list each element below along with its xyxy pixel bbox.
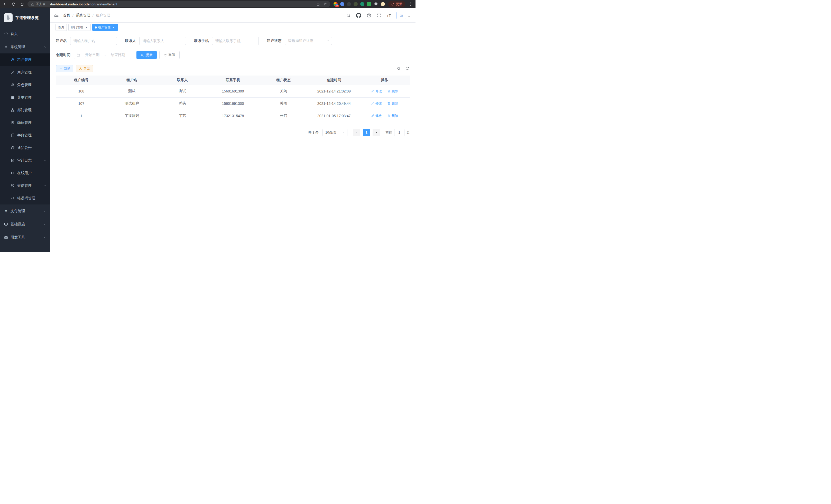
browser-menu-icon[interactable]: ⋮ — [408, 2, 412, 6]
tab-home[interactable]: 首页 — [56, 24, 67, 31]
sidebar-item-system[interactable]: 系统管理 — [0, 40, 50, 53]
extension-icon[interactable] — [367, 2, 371, 6]
extension-icon[interactable] — [340, 2, 344, 6]
app-title: 芋道管理系统 — [16, 16, 38, 20]
app-logo[interactable]: 芋道管理系统 — [0, 8, 50, 27]
filter-form-row-2: 创建时间 开始日期 - 结束日期 搜索 重置 — [56, 51, 410, 59]
sidebar-item-pay[interactable]: ¥ 支付管理 — [0, 205, 50, 217]
fullscreen-icon[interactable] — [377, 13, 381, 18]
mobile-input[interactable] — [212, 37, 259, 45]
github-icon[interactable] — [356, 13, 361, 18]
breadcrumb-home[interactable]: 首页 — [63, 13, 70, 18]
chevron-down-icon — [43, 210, 46, 213]
tenant-status-select[interactable]: 请选择租户状态 — [285, 37, 332, 45]
table-row: 1 芋道源码 芋艿 17321315478 开启 2021-01-05 17:0… — [56, 110, 410, 122]
sidebar-item-notice[interactable]: 通知公告 — [0, 142, 50, 154]
code-icon — [11, 196, 15, 200]
home-browser-icon[interactable] — [20, 2, 24, 6]
table-row: 108 测试 测试 15601691300 关闭 2021-12-14 21:0… — [56, 85, 410, 97]
page-unit-label: 页 — [406, 130, 410, 135]
chevron-left-icon — [355, 131, 358, 134]
plus-icon — [59, 67, 62, 70]
extension-badge: 10 — [335, 5, 339, 7]
reset-button[interactable]: 重置 — [159, 51, 180, 59]
col-tenant-id: 租户编号 — [56, 76, 107, 85]
prev-page-button[interactable] — [353, 129, 360, 136]
edit-button[interactable]: 修改 — [371, 101, 382, 106]
url-text: dashboard.yudao.iocoder.cn/system/tenant — [50, 2, 117, 6]
avatar — [397, 12, 406, 19]
edit-button[interactable]: 修改 — [371, 114, 382, 118]
id-badge-icon — [11, 121, 15, 125]
sidebar-item-infra[interactable]: 基础设施 — [0, 217, 50, 231]
security-label: 不安全 — [36, 2, 46, 6]
pagination: 共 3 条 10条/页 1 前往 页 — [56, 129, 410, 136]
tenants-icon — [11, 58, 15, 62]
sidebar-item-home[interactable]: 首页 — [0, 27, 50, 40]
font-size-icon[interactable]: тT — [387, 13, 391, 18]
current-page-button[interactable]: 1 — [363, 129, 370, 136]
address-bar[interactable]: 不安全 dashboard.yudao.iocoder.cn/system/te… — [28, 1, 330, 7]
browser-update-button[interactable]: 更新 — [388, 1, 405, 7]
col-ops: 操作 — [359, 76, 410, 85]
user-avatar-menu[interactable] — [397, 12, 410, 19]
next-page-button[interactable] — [373, 129, 380, 136]
extension-icon[interactable] — [347, 2, 351, 6]
bookmark-star-icon[interactable] — [323, 2, 327, 6]
tab-dept[interactable]: 部门管理× — [68, 24, 91, 31]
sidebar-item-sms[interactable]: 短信管理 — [0, 179, 50, 192]
menu-list-icon — [11, 95, 15, 99]
chevron-right-icon — [375, 131, 378, 134]
sidebar-item-devtool[interactable]: 研发工具 — [0, 231, 50, 244]
extension-icon[interactable] — [353, 2, 358, 6]
tenant-name-input[interactable] — [70, 37, 117, 45]
sidebar-item-user[interactable]: 用户管理 — [0, 66, 50, 79]
sidebar-item-errorcode[interactable]: 错误码管理 — [0, 192, 50, 205]
export-button[interactable]: 导出 — [76, 65, 93, 72]
sidebar-fold-icon[interactable] — [54, 13, 59, 18]
sidebar-item-post[interactable]: 岗位管理 — [0, 116, 50, 129]
search-button[interactable]: 搜索 — [137, 51, 157, 59]
reload-icon[interactable] — [11, 2, 16, 6]
delete-button[interactable]: 删除 — [387, 101, 398, 106]
tab-tenant[interactable]: 租户管理× — [92, 24, 118, 31]
sidebar-item-menu[interactable]: 菜单管理 — [0, 91, 50, 104]
chevron-down-icon — [43, 223, 46, 226]
goto-page-input[interactable] — [394, 129, 404, 136]
sidebar-item-audit-log[interactable]: 审计日志 — [0, 154, 50, 167]
sidebar-item-online-user[interactable]: 在线用户 — [0, 167, 50, 179]
col-created: 创建时间 — [309, 76, 360, 85]
close-icon[interactable]: × — [85, 26, 88, 29]
sidebar-item-dict[interactable]: 字典管理 — [0, 129, 50, 142]
status-label: 租户状态 — [267, 38, 281, 43]
breadcrumb-system[interactable]: 系统管理 — [76, 13, 90, 18]
table-toolbar: 新增 导出 — [56, 65, 410, 72]
profile-avatar-icon[interactable] — [381, 2, 385, 6]
create-time-range-picker[interactable]: 开始日期 - 结束日期 — [74, 51, 131, 59]
contact-input[interactable] — [139, 37, 186, 45]
search-toggle-icon[interactable] — [397, 66, 401, 71]
refresh-table-icon[interactable] — [406, 66, 410, 71]
sidebar-item-role[interactable]: 角色管理 — [0, 79, 50, 91]
message-bubble-icon — [11, 146, 15, 150]
page-size-select[interactable]: 10条/页 — [322, 129, 347, 136]
delete-button[interactable]: 删除 — [387, 89, 398, 93]
sidebar-item-tenant[interactable]: 租户管理 — [0, 53, 50, 66]
share-icon[interactable] — [316, 2, 320, 6]
help-icon[interactable] — [367, 13, 371, 18]
gear-icon — [4, 45, 8, 49]
puzzle-extensions-icon[interactable] — [374, 2, 378, 6]
chevron-up-icon — [43, 46, 46, 49]
create-time-label: 创建时间 — [56, 53, 70, 57]
close-icon[interactable]: × — [112, 26, 115, 29]
delete-button[interactable]: 删除 — [387, 114, 398, 118]
edit-button[interactable]: 修改 — [371, 89, 382, 93]
extension-icon[interactable]: 10 — [334, 2, 338, 6]
broadcast-icon — [11, 171, 15, 175]
sidebar-item-dept[interactable]: 部门管理 — [0, 104, 50, 116]
col-status: 租户状态 — [258, 76, 309, 85]
search-icon[interactable] — [346, 13, 351, 18]
back-icon[interactable] — [3, 2, 7, 6]
add-button[interactable]: 新增 — [56, 65, 73, 72]
extension-icon[interactable] — [360, 2, 364, 6]
